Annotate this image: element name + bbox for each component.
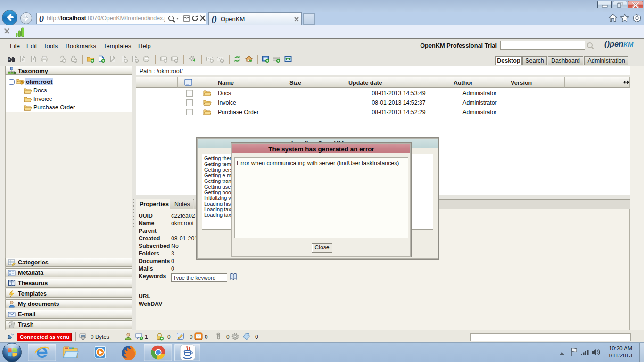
- svg-text:()penKM: ()penKM: [604, 40, 634, 48]
- svg-text:(): (): [212, 15, 217, 23]
- svg-text:(): (): [39, 14, 44, 22]
